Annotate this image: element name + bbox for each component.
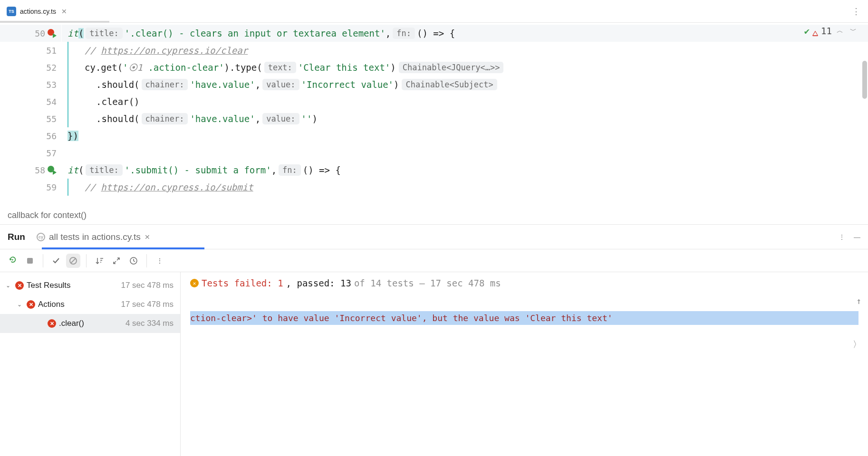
scroll-right-button[interactable]: 〉	[853, 339, 861, 350]
test-tree[interactable]: ⌄ Test Results 17 sec 478 ms ⌄ Actions 1…	[0, 272, 181, 456]
code-line[interactable]: it( title: '.clear() - clears an input o…	[62, 25, 868, 42]
line-number: 52	[38, 63, 57, 73]
run-panel-header: Run cy all tests in actions.cy.ts ✕ ⋮ —	[0, 225, 868, 249]
gutter-row[interactable]: 58	[0, 162, 61, 179]
code-area[interactable]: it( title: '.clear() - clears an input o…	[62, 23, 868, 207]
gutter: 50 51 52 53 54 55 56 57 58 59	[0, 23, 62, 207]
show-passed-button[interactable]	[49, 254, 63, 268]
gutter-row[interactable]: 52	[0, 59, 61, 76]
chevron-down-icon[interactable]: ⌄	[17, 301, 24, 308]
breadcrumb[interactable]: callback for context()	[0, 207, 868, 225]
test-output[interactable]: Tests failed: 1, passed: 13 of 14 tests …	[181, 272, 868, 456]
minimize-icon[interactable]: —	[854, 233, 860, 241]
gutter-row[interactable]: 59	[0, 179, 61, 196]
active-tab-underline	[42, 247, 204, 249]
svg-line-2	[71, 258, 76, 263]
warning-icon	[812, 28, 818, 34]
close-icon[interactable]: ✕	[145, 233, 150, 241]
fail-icon	[15, 281, 24, 290]
cypress-icon: cy	[37, 233, 45, 241]
editor-tab[interactable]: actions.cy.ts ✕	[0, 0, 75, 23]
inspection-widget[interactable]: ✔ 11 ︿ ﹀	[804, 26, 858, 36]
gutter-row[interactable]: 51	[0, 42, 61, 59]
gutter-row[interactable]: 54	[0, 93, 61, 110]
results-area: ⌄ Test Results 17 sec 478 ms ⌄ Actions 1…	[0, 272, 868, 456]
code-line[interactable]: it( title: '.submit() - submit a form', …	[62, 162, 868, 179]
code-line[interactable]: // https://on.cypress.io/clear	[62, 42, 868, 59]
run-tab[interactable]: Run	[8, 225, 25, 249]
code-line[interactable]	[62, 144, 868, 162]
gutter-row[interactable]: 50	[0, 25, 61, 42]
test-summary: Tests failed: 1, passed: 13 of 14 tests …	[190, 278, 858, 288]
code-line[interactable]: cy.get('⦿1 .action-clear').type( text: '…	[62, 59, 868, 76]
rerun-button[interactable]	[6, 254, 20, 268]
line-number: 53	[38, 80, 57, 90]
line-number: 54	[38, 97, 57, 107]
chevron-down-icon[interactable]: ⌄	[6, 282, 12, 289]
history-button[interactable]	[126, 254, 141, 268]
tree-test[interactable]: .clear() 4 sec 334 ms	[0, 314, 180, 333]
error-output-line[interactable]: ction-clear>' to have value 'Incorrect v…	[190, 311, 858, 325]
code-line[interactable]: .should( chainer: 'have.value', value: '…	[62, 76, 868, 93]
more-actions-button[interactable]: ⋮	[153, 254, 167, 268]
line-number: 58	[26, 165, 45, 175]
fail-icon	[48, 319, 56, 328]
tree-root[interactable]: ⌄ Test Results 17 sec 478 ms	[0, 276, 180, 295]
stop-button[interactable]	[23, 254, 37, 268]
gutter-row[interactable]: 56	[0, 127, 61, 144]
show-ignored-button[interactable]	[66, 254, 80, 268]
code-line[interactable]: .clear()	[62, 93, 868, 110]
run-test-ok-icon[interactable]	[47, 165, 57, 175]
run-config-tab[interactable]: cy all tests in actions.cy.ts ✕	[37, 225, 150, 249]
tab-filename: actions.cy.ts	[20, 8, 56, 15]
run-toolbar: ⋮	[0, 249, 868, 272]
chevron-up-icon[interactable]: ︿	[835, 27, 845, 35]
gutter-row[interactable]: 57	[0, 144, 61, 162]
check-icon: ✔	[804, 26, 810, 36]
tab-close-button[interactable]: ✕	[60, 7, 68, 16]
editor-tabbar: actions.cy.ts ✕ ⋮	[0, 0, 868, 23]
sort-button[interactable]	[92, 254, 106, 268]
inspection-count: 11	[821, 26, 832, 36]
line-number: 51	[38, 46, 57, 56]
typescript-icon	[7, 7, 16, 16]
code-editor[interactable]: 50 51 52 53 54 55 56 57 58 59 it	[0, 23, 868, 207]
doc-link[interactable]: https://on.cypress.io/clear	[101, 45, 248, 56]
line-number: 50	[26, 28, 45, 38]
line-number: 57	[38, 148, 57, 158]
line-number: 55	[38, 114, 57, 124]
line-number: 56	[38, 131, 57, 141]
gutter-row[interactable]: 53	[0, 76, 61, 93]
warning-icon	[190, 279, 199, 287]
code-line[interactable]: })	[62, 127, 868, 144]
code-line[interactable]: .should( chainer: 'have.value', value: '…	[62, 110, 868, 127]
tree-suite[interactable]: ⌄ Actions 17 sec 478 ms	[0, 295, 180, 314]
more-icon[interactable]: ⋮	[839, 233, 845, 241]
run-test-error-icon[interactable]	[47, 28, 57, 38]
chevron-down-icon[interactable]: ﹀	[848, 27, 858, 35]
expand-button[interactable]	[109, 254, 124, 268]
close-icon: ✕	[61, 8, 67, 15]
svg-rect-0	[27, 258, 33, 264]
tab-more-button[interactable]: ⋮	[852, 6, 860, 17]
vertical-scrollbar[interactable]	[862, 61, 867, 99]
fail-icon	[27, 300, 35, 309]
scroll-up-button[interactable]: ↑	[856, 296, 861, 306]
code-line[interactable]: // https://on.cypress.io/submit	[62, 179, 868, 196]
gutter-row[interactable]: 55	[0, 110, 61, 127]
doc-link[interactable]: https://on.cypress.io/submit	[101, 182, 253, 192]
line-number: 59	[38, 182, 57, 192]
